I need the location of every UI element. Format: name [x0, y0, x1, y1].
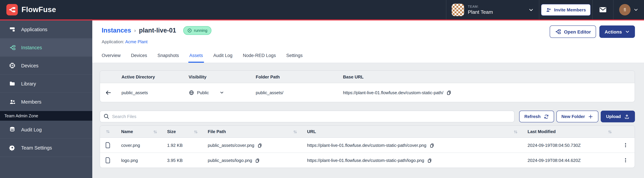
notifications-button[interactable] [592, 0, 613, 19]
file-path-cell: public_assets/logo.png [202, 158, 302, 163]
copy-icon[interactable] [255, 158, 260, 163]
copy-icon[interactable] [430, 143, 434, 148]
file-path-cell: public_assets/cover.png [202, 143, 302, 148]
application-label: Application: [102, 39, 124, 44]
directory-name: public_assets [116, 90, 183, 95]
sidebar-item-library[interactable]: Library [0, 75, 92, 93]
col-folder-path: Folder Path [250, 74, 338, 79]
sidebar-item-audit-log[interactable]: Audit Log [0, 121, 92, 139]
status-badge: running [183, 26, 212, 35]
kebab-icon [623, 143, 628, 148]
users-icon [9, 98, 16, 105]
open-editor-button[interactable]: Open Editor [550, 25, 596, 38]
search-icon [103, 113, 110, 119]
row-menu-button[interactable] [616, 158, 634, 163]
tab-node-red-logs[interactable]: Node-RED Logs [243, 53, 276, 63]
sidebar-item-instances[interactable]: Instances [0, 38, 92, 57]
kebab-icon [623, 158, 628, 163]
play-circle-icon [187, 28, 192, 33]
invite-members-button[interactable]: Invite Members [541, 4, 590, 15]
col-url-label: URL [307, 129, 316, 134]
upload-icon [624, 114, 630, 119]
sidebar-item-label: Devices [21, 63, 38, 68]
tab-overview[interactable]: Overview [102, 53, 121, 63]
user-menu[interactable]: fl [613, 0, 644, 19]
directory-table-row: public_assets Public [100, 83, 634, 102]
base-url-value: https://plant-live-01.flowfuse.dev/custo… [343, 90, 443, 95]
copy-icon[interactable] [427, 158, 432, 163]
brand[interactable]: FlowFuse [0, 4, 56, 15]
file-url-value: https://plant-live-01.flowfuse.dev/custo… [307, 143, 426, 148]
directory-table-header: Active Directory Visibility Folder Path … [100, 71, 634, 83]
file-icon [100, 157, 116, 164]
database-icon [9, 126, 16, 133]
sidebar: Applications Instances [0, 20, 92, 178]
refresh-button[interactable]: Refresh [519, 111, 554, 122]
team-avatar [452, 3, 464, 16]
file-name: cover.png [116, 143, 162, 148]
header-buttons: Open Editor Actions [550, 25, 635, 38]
files-table-header: Name Size [100, 126, 634, 138]
tab-audit-log[interactable]: Audit Log [213, 53, 232, 63]
sort-header-last-modified[interactable]: Last Modified [522, 126, 616, 138]
breadcrumb: Instances › plant-live-01 running [102, 26, 212, 35]
tab-snapshots[interactable]: Snapshots [158, 53, 179, 63]
copy-icon[interactable] [446, 90, 452, 95]
flowfuse-logo-icon [6, 4, 18, 15]
team-name: Plant Team [468, 9, 493, 15]
sidebar-item-team-settings[interactable]: Team Settings [0, 139, 92, 157]
chevron-down-icon [625, 29, 630, 34]
table-row: logo.png 3.95 KB public_assets/logo.png [100, 153, 634, 168]
sort-header-url[interactable]: URL [302, 126, 522, 138]
col-base-url: Base URL [338, 74, 634, 79]
col-visibility: Visibility [183, 74, 250, 79]
sidebar-item-devices[interactable]: Devices [0, 57, 92, 75]
tab-devices[interactable]: Devices [131, 53, 147, 63]
file-last-modified: 2024-09-19T08:04:50.730Z [522, 143, 616, 148]
sort-header-name[interactable]: Name [116, 126, 162, 138]
sort-icon [514, 130, 518, 134]
file-url-value: https://plant-live-01.flowfuse.dev/custo… [307, 158, 424, 163]
instances-icon [9, 44, 16, 51]
search-box [100, 111, 515, 122]
user-initials: fl [624, 7, 626, 12]
file-last-modified: 2024-09-19T08:04:44.620Z [522, 158, 616, 163]
upload-button[interactable]: Upload [601, 111, 635, 122]
assets-content: Active Directory Visibility Folder Path … [92, 63, 644, 178]
sidebar-item-members[interactable]: Members [0, 93, 92, 111]
sidebar-item-applications[interactable]: Applications [0, 20, 92, 38]
tab-assets[interactable]: Assets [189, 53, 203, 63]
refresh-label: Refresh [524, 114, 541, 119]
row-menu-button[interactable] [616, 143, 634, 148]
active-directory-panel: Active Directory Visibility Folder Path … [100, 70, 635, 102]
file-url-cell: https://plant-live-01.flowfuse.dev/custo… [302, 143, 522, 148]
col-last-modified-label: Last Modified [528, 129, 556, 134]
invite-members-label: Invite Members [554, 7, 586, 12]
sort-icon [194, 130, 198, 134]
chevron-down-icon [634, 7, 638, 12]
team-selector[interactable]: TEAM: Plant Team [446, 0, 539, 19]
actions-button[interactable]: Actions [599, 25, 635, 38]
sort-header-icon-col[interactable] [100, 126, 116, 138]
files-table: Name Size [100, 125, 635, 168]
new-folder-label: New Folder [562, 114, 585, 119]
sidebar-item-label: Members [21, 99, 42, 104]
tab-settings[interactable]: Settings [286, 53, 303, 63]
status-badge-label: running [194, 28, 208, 33]
visibility-select[interactable]: Public [183, 90, 250, 95]
search-files-input[interactable] [100, 111, 515, 122]
breadcrumb-instances-link[interactable]: Instances [102, 27, 131, 34]
sort-header-size[interactable]: Size [162, 126, 202, 138]
chevron-down-icon [220, 91, 224, 95]
sort-header-file-path[interactable]: File Path [202, 126, 302, 138]
open-editor-label: Open Editor [564, 29, 591, 34]
application-link[interactable]: Acme Plant [125, 39, 148, 44]
gear-icon [9, 145, 16, 151]
sort-icon [293, 130, 297, 134]
application-row: Application: Acme Plant [102, 39, 148, 44]
new-folder-button[interactable]: New Folder [556, 111, 598, 122]
actions-label: Actions [604, 29, 622, 34]
back-arrow-button[interactable] [100, 89, 116, 96]
copy-icon[interactable] [258, 143, 262, 148]
folder-icon [9, 80, 16, 87]
